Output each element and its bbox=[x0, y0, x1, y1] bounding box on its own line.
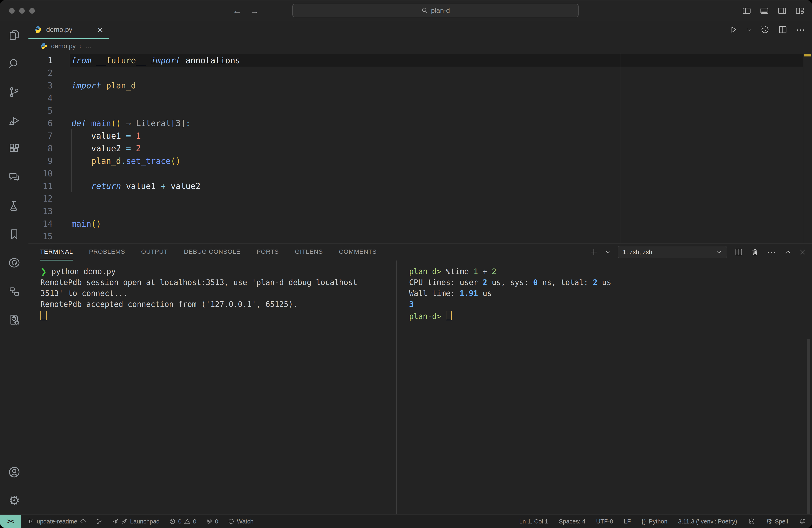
tab-demo-py[interactable]: demo.py × bbox=[28, 21, 109, 39]
testing-icon[interactable] bbox=[0, 192, 28, 220]
language-mode-item[interactable]: {} Python bbox=[641, 518, 667, 525]
tab-label: demo.py bbox=[46, 26, 72, 33]
git-branch-item[interactable]: update-readme bbox=[28, 518, 86, 525]
code-line[interactable]: 9 plan_d.set_trace() bbox=[28, 155, 812, 167]
code-line[interactable]: 4 bbox=[28, 92, 812, 104]
problems-item[interactable]: 0 0 bbox=[169, 518, 196, 525]
run-debug-icon[interactable] bbox=[0, 106, 28, 135]
panel-tab-debug-console[interactable]: DEBUG CONSOLE bbox=[184, 244, 241, 261]
encoding-item[interactable]: UTF-8 bbox=[596, 518, 613, 525]
python-interpreter-item[interactable]: 3.11.3 ('.venv': Poetry) bbox=[678, 518, 737, 525]
code-line[interactable]: 8 value2 = 2 bbox=[28, 142, 812, 155]
settings-gear-icon[interactable]: ⚙ bbox=[0, 486, 28, 515]
ports-tunnel-item[interactable]: 0 bbox=[206, 518, 218, 525]
split-editor-icon[interactable] bbox=[778, 25, 787, 34]
extensions-icon[interactable] bbox=[0, 135, 28, 163]
panel-more-actions-icon[interactable]: ⋯ bbox=[767, 247, 777, 258]
window-controls[interactable] bbox=[9, 8, 35, 14]
terminal-profile-chevron-icon[interactable] bbox=[605, 250, 610, 254]
spell-checker-item[interactable]: ⚙ Spell bbox=[766, 518, 788, 525]
go-back-icon[interactable]: ← bbox=[233, 5, 242, 16]
line-number: 2 bbox=[28, 68, 53, 78]
search-view-icon[interactable] bbox=[0, 49, 28, 78]
cpp-tools-icon[interactable] bbox=[0, 305, 28, 334]
terminal-select[interactable]: 1: zsh, zsh bbox=[618, 246, 727, 258]
close-window-button[interactable] bbox=[9, 8, 15, 14]
panel-tab-ports[interactable]: PORTS bbox=[257, 244, 279, 261]
comments-view-icon[interactable] bbox=[0, 163, 28, 192]
close-panel-icon[interactable] bbox=[799, 248, 806, 256]
code-line[interactable]: 14main() bbox=[28, 217, 812, 230]
kill-terminal-trash-icon[interactable] bbox=[751, 248, 759, 256]
terminal-pane-right[interactable]: plan-d> %time 1 + 2CPU times: user 2 us,… bbox=[409, 267, 798, 322]
panel-tab-comments[interactable]: COMMENTS bbox=[339, 244, 377, 261]
toggle-secondary-sidebar-icon[interactable] bbox=[777, 6, 787, 15]
eol-item[interactable]: LF bbox=[624, 518, 631, 525]
breadcrumb-file[interactable]: demo.py bbox=[51, 42, 76, 50]
copilot-icon bbox=[748, 518, 755, 525]
run-dropdown-chevron-icon[interactable] bbox=[746, 27, 752, 32]
command-center-search[interactable]: plan-d bbox=[292, 4, 579, 17]
code-line[interactable]: 15 bbox=[28, 230, 812, 243]
explorer-icon[interactable] bbox=[0, 21, 28, 49]
code-line[interactable]: 5 bbox=[28, 104, 812, 117]
tower-count: 0 bbox=[215, 518, 218, 525]
bookmarks-icon[interactable] bbox=[0, 220, 28, 249]
copilot-item[interactable] bbox=[748, 518, 755, 525]
github-icon[interactable] bbox=[0, 249, 28, 277]
code-line[interactable]: 13 bbox=[28, 205, 812, 217]
toggle-panel-icon[interactable] bbox=[759, 6, 769, 15]
code-text: return value1 + value2 bbox=[71, 181, 200, 191]
customize-layout-icon[interactable] bbox=[795, 6, 804, 15]
remote-explorer-icon[interactable] bbox=[0, 277, 28, 305]
code-line[interactable]: 11 return value1 + value2 bbox=[28, 180, 812, 192]
watch-item[interactable]: Watch bbox=[228, 518, 253, 525]
panel-tab-output[interactable]: OUTPUT bbox=[141, 244, 168, 261]
code-line[interactable]: 10 bbox=[28, 167, 812, 180]
python-file-icon bbox=[40, 42, 47, 50]
braces-icon: {} bbox=[641, 518, 646, 525]
close-tab-icon[interactable]: × bbox=[97, 25, 103, 34]
terminal-pane-left[interactable]: ❯ python demo.pyRemotePdb session open a… bbox=[40, 267, 389, 322]
terminal-line: CPU times: user 2 us, sys: 0 ns, total: … bbox=[409, 278, 798, 289]
editor-more-actions-icon[interactable]: ⋯ bbox=[796, 24, 806, 35]
terminal-pane-divider[interactable] bbox=[396, 261, 397, 515]
zoom-window-button[interactable] bbox=[29, 8, 35, 14]
language-label: Python bbox=[649, 518, 667, 525]
code-text: value2 = 2 bbox=[71, 144, 141, 153]
code-line[interactable]: 1from __future__ import annotations bbox=[28, 54, 812, 67]
terminal-line: plan-d> %time 1 + 2 bbox=[409, 267, 798, 278]
minimize-window-button[interactable] bbox=[19, 8, 25, 14]
timeline-history-icon[interactable] bbox=[760, 25, 770, 34]
code-editor[interactable]: 1from __future__ import annotations23imp… bbox=[28, 53, 812, 243]
source-control-icon[interactable] bbox=[0, 78, 28, 106]
code-line[interactable]: 3import plan_d bbox=[28, 79, 812, 92]
launchpad-item[interactable]: Launchpad bbox=[112, 518, 160, 525]
remote-indicator[interactable]: >< bbox=[0, 515, 21, 528]
line-number: 10 bbox=[28, 169, 53, 178]
cursor-position-item[interactable]: Ln 1, Col 1 bbox=[519, 518, 548, 525]
notifications-item[interactable] bbox=[799, 518, 806, 525]
go-forward-icon[interactable]: → bbox=[250, 5, 259, 16]
breadcrumb-symbol[interactable]: … bbox=[85, 42, 91, 50]
panel-tab-terminal[interactable]: TERMINAL bbox=[40, 244, 73, 261]
commit-graph-item[interactable] bbox=[96, 518, 102, 525]
new-terminal-icon[interactable] bbox=[590, 248, 598, 256]
split-terminal-icon[interactable] bbox=[735, 248, 743, 256]
run-python-file-icon[interactable] bbox=[729, 25, 738, 34]
panel-tab-problems[interactable]: PROBLEMS bbox=[89, 244, 125, 261]
terminal-line: 3513' to connect... bbox=[40, 289, 389, 300]
code-line[interactable]: 6def main() → Literal[3]: bbox=[28, 117, 812, 129]
terminal-area[interactable]: ❯ python demo.pyRemotePdb session open a… bbox=[28, 261, 812, 515]
terminal-scrollbar[interactable] bbox=[807, 339, 810, 524]
accounts-icon[interactable] bbox=[0, 458, 28, 486]
code-text: plan_d.set_trace() bbox=[71, 156, 180, 166]
code-line[interactable]: 2 bbox=[28, 67, 812, 79]
maximize-panel-chevron-icon[interactable] bbox=[784, 249, 792, 255]
code-line[interactable]: 7 value1 = 1 bbox=[28, 129, 812, 142]
panel-tab-gitlens[interactable]: GITLENS bbox=[295, 244, 323, 261]
code-line[interactable]: 12 bbox=[28, 192, 812, 205]
toggle-primary-sidebar-icon[interactable] bbox=[742, 6, 751, 15]
indentation-item[interactable]: Spaces: 4 bbox=[559, 518, 585, 525]
git-branch-label: update-readme bbox=[37, 518, 77, 525]
